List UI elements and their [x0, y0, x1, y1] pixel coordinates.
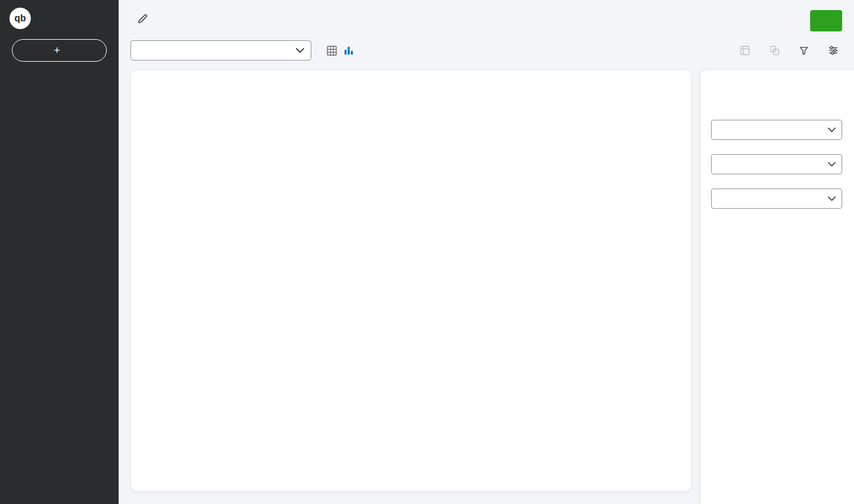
sidebar: qb + — [0, 0, 119, 504]
qb-logo-icon: qb — [9, 8, 31, 29]
plus-icon: + — [54, 45, 60, 56]
filter-icon — [799, 46, 808, 55]
chevron-down-icon — [828, 127, 836, 132]
group-button — [770, 46, 783, 55]
customize-panel — [700, 69, 854, 504]
toolbar — [130, 40, 842, 60]
chevron-down-icon — [828, 162, 836, 167]
topbar — [119, 0, 854, 69]
chart-view-icon[interactable] — [344, 46, 353, 55]
customize-button[interactable] — [828, 46, 842, 55]
save-button[interactable] — [810, 10, 842, 31]
edit-title-icon[interactable] — [137, 13, 148, 24]
table-view-icon[interactable] — [327, 46, 337, 56]
chart-area — [131, 153, 692, 485]
chevron-down-icon — [296, 48, 304, 53]
quickbooks-logo: qb — [0, 0, 119, 29]
group-icon — [770, 46, 779, 55]
y-axis-select[interactable] — [711, 154, 842, 174]
chevron-down-icon — [828, 196, 836, 201]
period-select[interactable] — [130, 40, 311, 60]
x-axis-select[interactable] — [711, 120, 842, 140]
filter-button[interactable] — [799, 46, 812, 55]
split-by-select[interactable] — [711, 189, 842, 209]
chart-card — [130, 69, 692, 492]
pivot-table-button — [740, 46, 754, 55]
new-button[interactable]: + — [12, 39, 107, 62]
customize-sliders-icon — [828, 46, 838, 55]
pivot-table-icon — [740, 46, 750, 55]
